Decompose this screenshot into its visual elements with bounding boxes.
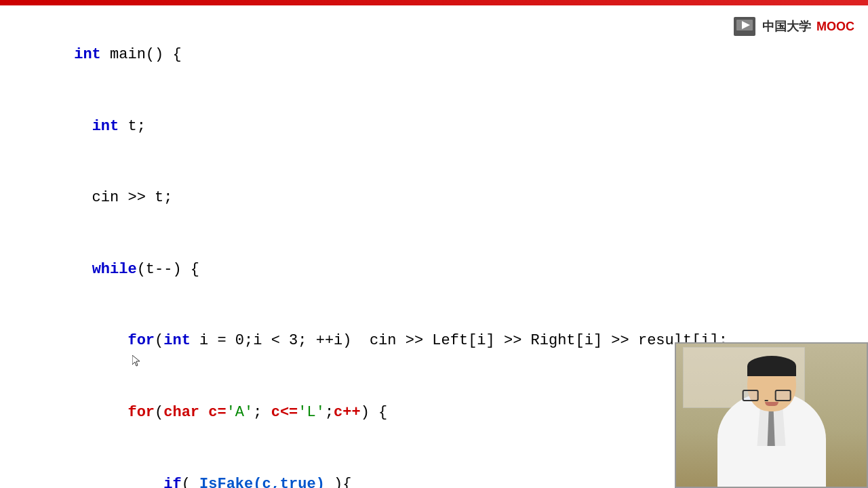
- logo-text: 中国大学: [762, 18, 811, 35]
- top-bar: [0, 0, 868, 5]
- glass-left: [742, 390, 758, 401]
- code-line-2: int t;: [20, 91, 848, 163]
- code-line-1: int main() {: [20, 19, 848, 91]
- mouse-cursor: [132, 355, 140, 367]
- webcam-overlay: [675, 342, 868, 488]
- code-line-3: cin >> t;: [20, 162, 848, 234]
- logo-mooc: MOOC: [816, 20, 854, 34]
- svg-marker-3: [132, 355, 140, 366]
- glass-right: [774, 390, 791, 401]
- logo-area: 中国大学MOOC: [732, 16, 854, 37]
- main-content: 中国大学MOOC int main() { int t; cin >> t; w…: [0, 5, 868, 488]
- code-line-4: while(t--) {: [20, 234, 848, 306]
- webcam-person: [676, 344, 867, 487]
- mooc-logo-icon: [732, 16, 757, 37]
